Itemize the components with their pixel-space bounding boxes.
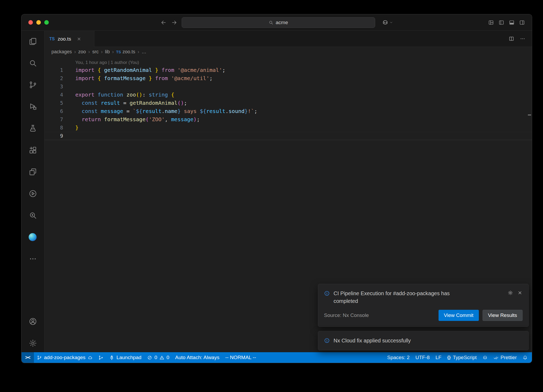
extensions-icon[interactable] [29, 146, 37, 154]
line-number: 8 [45, 124, 63, 132]
breadcrumb-item[interactable]: src [92, 49, 99, 55]
account-icon[interactable] [29, 317, 37, 326]
code-line-1[interactable]: 1import { getRandomAnimal } from '@acme/… [45, 66, 532, 74]
tab-close-icon[interactable] [77, 37, 81, 41]
toggle-secondary-sidebar-button[interactable] [519, 20, 525, 25]
testing-icon[interactable] [29, 124, 37, 133]
eol-status[interactable]: LF [433, 352, 444, 363]
nx-console-icon[interactable] [29, 189, 37, 198]
search-value: acme [276, 20, 288, 25]
status-bar-left: >< add-zoo-packages Launchpad 0 [21, 352, 259, 363]
typescript-icon: TS [116, 50, 121, 54]
breadcrumb-separator: › [138, 49, 139, 55]
eol-label: LF [436, 355, 441, 360]
status-bar-right: Spaces: 2 UTF-8 LF {} TypeScript Prett [384, 352, 532, 363]
editor-actions [509, 31, 532, 47]
launchpad-label: Launchpad [116, 355, 141, 360]
code-line-7[interactable]: 7 return formatMessage('ZOO', message); [45, 115, 532, 124]
formatter-status[interactable]: Prettier [491, 352, 520, 363]
view-commit-button[interactable]: View Commit [439, 310, 479, 321]
line-number: 3 [45, 82, 63, 91]
minimize-window-button[interactable] [36, 20, 41, 25]
code-line-5[interactable]: 5 const result = getRandomAnimal(); [45, 99, 532, 107]
breadcrumb-item[interactable]: lib [105, 49, 110, 55]
notifications-bell[interactable] [520, 352, 532, 363]
code-text: const result = getRandomAnimal(); [63, 99, 187, 107]
chevron-down-icon [389, 20, 393, 24]
code-line-4[interactable]: 4export function zoo(): string { [45, 91, 532, 99]
breadcrumb-item[interactable]: packages [51, 49, 72, 55]
language-label: TypeScript [453, 355, 477, 360]
bell-icon [523, 355, 528, 360]
remote-indicator[interactable]: >< [21, 352, 34, 363]
explorer-icon[interactable] [29, 37, 37, 46]
double-check-icon [493, 355, 498, 360]
breadcrumb: packages›zoo›src›lib›TSzoo.ts›… [45, 47, 532, 57]
auto-attach-status[interactable]: Auto Attach: Always [172, 352, 222, 363]
command-center-search[interactable]: acme [182, 17, 375, 28]
notification-ci-pipeline: CI Pipeline Execution for #add-zoo-packa… [318, 284, 529, 327]
vim-mode-label: -- NORMAL -- [225, 355, 256, 360]
gitlens-inspect-icon[interactable] [29, 211, 37, 220]
code-line-8[interactable]: 8} [45, 124, 532, 132]
indentation-status[interactable]: Spaces: 2 [384, 352, 413, 363]
notification-close-icon[interactable] [517, 290, 523, 295]
breadcrumb-item[interactable]: zoo [78, 49, 86, 55]
git-blame-lens[interactable]: You, 1 hour ago | 1 author (You) [75, 59, 532, 66]
split-editor-button[interactable] [509, 36, 514, 42]
settings-gear-icon[interactable] [29, 339, 37, 347]
breadcrumb-separator: › [88, 49, 90, 55]
branch-icon [37, 355, 42, 360]
breadcrumb-separator: › [101, 49, 103, 55]
problems-status[interactable]: 0 0 [144, 352, 172, 363]
back-button[interactable] [160, 19, 167, 26]
line-number: 6 [45, 107, 63, 115]
tab-label: zoo.ts [58, 36, 71, 42]
customize-layout-button[interactable] [488, 20, 494, 25]
code-line-9[interactable]: 9 [45, 132, 532, 140]
branch-status[interactable]: add-zoo-packages [34, 352, 95, 363]
overview-ruler-mark [528, 115, 531, 115]
language-status[interactable]: {} TypeScript [444, 352, 480, 363]
git-graph-button[interactable] [95, 352, 106, 363]
breadcrumb-item[interactable]: … [142, 49, 146, 55]
launchpad-status[interactable]: Launchpad [106, 352, 144, 363]
notification-settings-icon[interactable] [508, 290, 513, 295]
toggle-primary-sidebar-button[interactable] [498, 20, 504, 25]
code-line-6[interactable]: 6 const message = `${result.name} says $… [45, 107, 532, 115]
edge-tools-icon[interactable] [29, 233, 37, 241]
copilot-menu-button[interactable] [382, 19, 393, 26]
close-window-button[interactable] [28, 20, 33, 25]
code-line-3[interactable]: 3 [45, 82, 532, 91]
tab-zoo-ts[interactable]: TS zoo.ts [45, 31, 94, 47]
encoding-status[interactable]: UTF-8 [413, 352, 433, 363]
code-lines: 1import { getRandomAnimal } from '@acme/… [45, 66, 532, 140]
status-bar: >< add-zoo-packages Launchpad 0 [21, 352, 532, 363]
search-icon [269, 20, 273, 25]
breadcrumb-item[interactable]: TSzoo.ts [116, 49, 135, 55]
code-text [63, 132, 75, 140]
line-number: 9 [45, 132, 63, 140]
search-icon[interactable] [29, 59, 37, 67]
forward-button[interactable] [171, 19, 177, 26]
code-line-2[interactable]: 2import { formatMessage } from '@acme/ut… [45, 74, 532, 82]
breadcrumb-separator: › [112, 49, 114, 55]
info-icon [324, 338, 330, 343]
code-text [63, 82, 75, 91]
more-actions-button[interactable] [520, 36, 526, 42]
view-results-button[interactable]: View Results [483, 310, 523, 321]
activity-bar-bottom [29, 317, 37, 347]
code-text: import { getRandomAnimal } from '@acme/a… [63, 66, 225, 74]
run-debug-icon[interactable] [29, 102, 37, 111]
line-number: 5 [45, 99, 63, 107]
remote-windows-icon[interactable] [29, 168, 37, 176]
info-icon [324, 290, 330, 296]
source-control-icon[interactable] [29, 81, 37, 89]
copilot-status[interactable] [480, 352, 491, 363]
zoom-window-button[interactable] [44, 20, 49, 25]
warnings-icon [159, 355, 164, 360]
more-views-icon[interactable] [29, 255, 37, 263]
vim-mode-status[interactable]: -- NORMAL -- [222, 352, 259, 363]
line-number: 4 [45, 91, 63, 99]
toggle-panel-button[interactable] [509, 20, 515, 25]
